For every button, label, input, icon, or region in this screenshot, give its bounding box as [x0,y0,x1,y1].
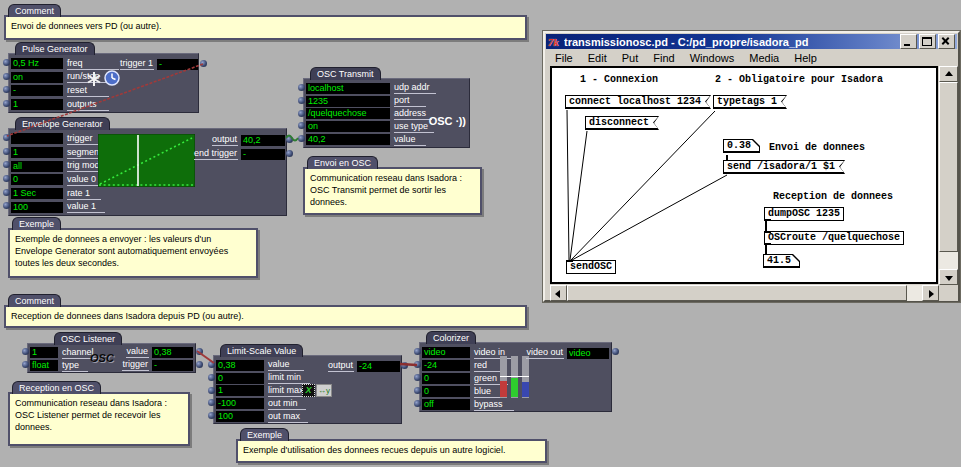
runstop-value[interactable]: on [11,72,63,83]
input-port[interactable] [3,86,10,93]
input-port[interactable] [208,387,215,394]
input-port[interactable] [3,134,10,141]
pd-msg-disconnect[interactable]: disconnect [585,116,659,130]
output-port[interactable] [286,136,293,143]
reset-value[interactable]: - [11,85,63,96]
menu-media[interactable]: Media [749,52,779,64]
pd-obj-oscroute[interactable]: OSCroute /quelquechose [764,231,904,245]
input-port[interactable] [414,348,421,355]
input-port[interactable] [208,374,215,381]
input-port[interactable] [298,122,305,129]
videoout-port[interactable] [612,348,619,355]
scroll-down-button[interactable] [939,269,958,285]
input-port[interactable] [3,59,10,66]
rgb-sliders[interactable] [500,356,529,399]
input-port[interactable] [22,348,29,355]
blue-slider[interactable] [522,356,529,398]
input-port[interactable] [414,387,421,394]
value-value[interactable]: 0,38 [216,360,264,371]
comment-reception-en-osc[interactable]: Reception en OSC Communication reseau da… [8,392,190,446]
actor-pulse-generator[interactable]: Pulse Generator 0,5 Hz freq on run/stop … [8,53,199,113]
comment-envoi-pd[interactable]: Comment Envoi de donnees vers PD (ou aut… [4,15,527,40]
pd-numberbox-receive[interactable]: 41.5 [763,254,800,268]
trigger-value[interactable] [11,133,63,144]
comment-exemple-send[interactable]: Exemple Exemple de donnees a envoyer : l… [8,228,258,278]
limitmin-value[interactable]: 0 [216,373,264,384]
freq-value[interactable]: 0,5 Hz [11,58,63,69]
actor-osc-transmit[interactable]: OSC Transmit localhost udp addr 1235 por… [303,78,470,148]
input-port[interactable] [3,100,10,107]
pd-obj-sendosc[interactable]: sendOSC [566,260,616,274]
bypass-value[interactable]: off [422,399,470,410]
limitmax-value[interactable]: 1 [216,385,264,396]
input-port[interactable] [298,110,305,117]
menu-put[interactable]: Put [622,52,639,64]
value-out-port[interactable] [196,348,203,355]
output-port[interactable] [200,60,207,67]
input-port[interactable] [298,97,305,104]
pd-msg-typetags[interactable]: typetags 1 [713,95,787,109]
output-port[interactable] [401,362,408,369]
green-slider[interactable] [511,356,518,398]
pd-numberbox-send[interactable]: 0.38 [723,139,760,153]
input-port[interactable] [414,374,421,381]
comment-exemple-receive[interactable]: Exemple Exemple d'utilisation des donnee… [236,439,547,463]
comment-reception-pd[interactable]: Comment Reception de donnees dans Isador… [4,305,527,328]
trigmode-value[interactable]: all [11,161,63,172]
scroll-up-button[interactable] [939,66,958,82]
value1-value[interactable]: 100 [11,202,63,213]
actor-colorizer[interactable]: Colorizer video video in -24 red 0 green… [419,342,612,412]
input-port[interactable] [208,412,215,419]
outputs-value[interactable]: 1 [11,99,63,110]
input-port[interactable] [414,361,421,368]
type-value[interactable]: float [30,360,58,371]
value-value[interactable]: 40,2 [306,134,390,145]
endtrigger-port[interactable] [286,150,293,157]
maximize-button[interactable] [919,34,936,49]
input-port[interactable] [208,399,215,406]
menu-help[interactable]: Help [794,52,817,64]
pd-obj-dumposc[interactable]: dumpOSC 1235 [764,207,844,221]
scroll-left-button[interactable] [550,285,567,301]
scroll-right-button[interactable] [922,285,939,301]
channel-value[interactable]: 1 [30,347,58,358]
vertical-scroll-thumb[interactable] [939,82,958,252]
input-port[interactable] [208,361,215,368]
outmin-value[interactable]: -100 [216,398,264,409]
input-port[interactable] [298,84,305,91]
videoin-value[interactable]: video [422,347,470,358]
menu-edit[interactable]: Edit [588,52,607,64]
input-port[interactable] [298,135,305,142]
minimize-button[interactable] [900,34,917,49]
blue-value[interactable]: 0 [422,386,470,397]
usetype-value[interactable]: on [306,121,390,132]
udpaddr-value[interactable]: localhost [306,83,390,94]
pd-canvas[interactable]: 1 - Connexion 2 - Obligatoire pour Isado… [550,66,938,284]
menu-windows[interactable]: Windows [690,52,735,64]
input-port[interactable] [3,189,10,196]
horizontal-scroll-thumb[interactable] [567,285,907,301]
input-port[interactable] [22,361,29,368]
value0-value[interactable]: 0 [11,174,63,185]
trigger-out-port[interactable] [196,361,203,368]
menu-file[interactable]: File [555,52,573,64]
input-port[interactable] [3,161,10,168]
input-port[interactable] [3,73,10,80]
red-slider[interactable] [500,356,507,398]
outmax-value[interactable]: 100 [216,411,264,422]
input-port[interactable] [3,148,10,155]
pd-window[interactable]: 7k transmissionosc.pd - C:/pd_propre/isa… [543,31,960,302]
input-port[interactable] [3,202,10,209]
envelope-graph[interactable] [98,134,195,187]
comment-envoi-en-osc[interactable]: Envoi en OSC Communication reseau dans I… [303,167,482,215]
actor-osc-listener[interactable]: OSC Listener 1 channel float type OSC va… [27,343,196,373]
green-value[interactable]: 0 [422,373,470,384]
pd-titlebar[interactable]: 7k transmissionosc.pd - C:/pd_propre/isa… [546,34,957,49]
actor-limit-scale-value[interactable]: Limit-Scale Value 0,38 value 0 limit min… [213,355,402,424]
address-value[interactable]: /quelquechose [306,108,390,119]
segments-value[interactable]: 1 [11,147,63,158]
red-value[interactable]: -24 [422,360,470,371]
input-port[interactable] [3,175,10,182]
close-button[interactable] [938,34,955,49]
pd-msg-connect[interactable]: connect localhost 1234 [565,95,711,109]
